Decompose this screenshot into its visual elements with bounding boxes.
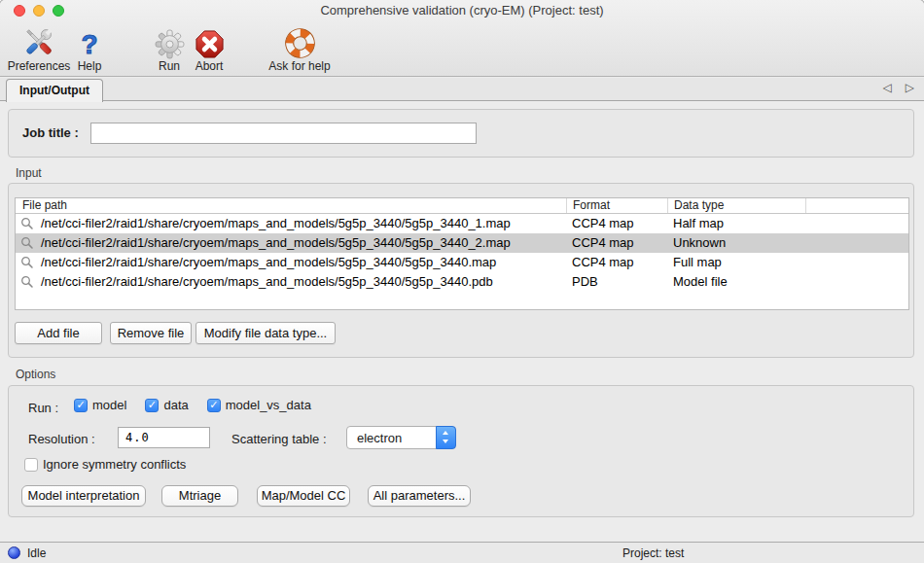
tab-bar: Input/Output ◁ ▷ <box>0 78 924 101</box>
checkbox-label: model_vs_data <box>226 398 311 412</box>
preferences-label: Preferences <box>8 60 71 73</box>
tab-scroll-left-icon[interactable]: ◁ <box>883 81 892 94</box>
project-text: Project: test <box>622 546 684 560</box>
help-button[interactable]: ? Help <box>71 22 108 73</box>
remove-file-button[interactable]: Remove file <box>110 322 192 344</box>
run-checkbox-data[interactable]: data <box>145 398 188 412</box>
gear-icon <box>155 29 185 59</box>
checkbox[interactable] <box>207 399 221 412</box>
help-label: Help <box>78 60 102 73</box>
ask-for-help-button[interactable]: Ask for help <box>265 22 335 73</box>
column-data-type[interactable]: Data type <box>667 198 805 213</box>
job-title-group: Job title : <box>8 109 914 158</box>
minimize-button[interactable] <box>33 5 45 17</box>
data-type-cell: Unknown <box>667 233 805 253</box>
job-title-input[interactable] <box>90 123 477 144</box>
preferences-button[interactable]: Preferences <box>2 22 76 73</box>
scattering-table-label: Scattering table : <box>231 432 327 446</box>
abort-icon <box>195 29 225 59</box>
mtriage-button[interactable]: Mtriage <box>161 485 238 507</box>
tab-content: Job title : Input File path Format Data … <box>0 101 924 542</box>
data-type-cell: Full map <box>667 253 805 272</box>
checkbox[interactable] <box>74 399 88 412</box>
run-label: Run <box>159 60 180 73</box>
tab-scroll-right-icon[interactable]: ▷ <box>906 81 914 94</box>
magnifier-icon <box>16 236 41 250</box>
ask-for-help-label: Ask for help <box>268 60 330 73</box>
table-row[interactable]: /net/cci-filer2/raid1/share/cryoem/maps_… <box>16 272 908 292</box>
format-cell: CCP4 map <box>566 214 667 233</box>
dropdown-stepper-icon <box>436 426 456 449</box>
resolution-label: Resolution : <box>28 432 95 446</box>
traffic-lights <box>14 5 64 17</box>
format-cell: CCP4 map <box>566 233 667 253</box>
job-title-label: Job title : <box>22 125 79 140</box>
file-path-cell: /net/cci-filer2/raid1/share/cryoem/maps_… <box>41 253 496 272</box>
column-file-path[interactable]: File path <box>16 198 566 213</box>
ignore-symmetry-checkbox[interactable]: Ignore symmetry conflicts <box>24 457 186 472</box>
abort-label: Abort <box>195 60 224 73</box>
empty-cell <box>805 253 908 272</box>
tab-input-output[interactable]: Input/Output <box>6 79 103 102</box>
checkbox-unchecked[interactable] <box>24 458 38 472</box>
window-title: Comprehensive validation (cryo-EM) (Proj… <box>0 0 924 21</box>
ignore-symmetry-label: Ignore symmetry conflicts <box>43 457 186 472</box>
status-indicator-icon <box>8 546 20 559</box>
tools-icon <box>21 24 56 59</box>
status-bar: Idle Project: test <box>0 542 924 563</box>
scattering-table-dropdown[interactable]: electron <box>346 426 456 449</box>
file-path-cell: /net/cci-filer2/raid1/share/cryoem/maps_… <box>41 272 493 292</box>
format-cell: PDB <box>566 272 667 292</box>
table-row[interactable]: /net/cci-filer2/raid1/share/cryoem/maps_… <box>16 253 908 272</box>
file-path-cell: /net/cci-filer2/raid1/share/cryoem/maps_… <box>41 214 511 233</box>
table-row[interactable]: /net/cci-filer2/raid1/share/cryoem/maps_… <box>16 233 908 253</box>
modify-file-data-type-button[interactable]: Modify file data type... <box>195 322 336 344</box>
table-row[interactable]: /net/cci-filer2/raid1/share/cryoem/maps_… <box>16 214 908 233</box>
options-section-label: Options <box>16 368 55 381</box>
run-checkboxes: modeldatamodel_vs_data <box>74 398 330 412</box>
checkbox[interactable] <box>145 399 159 412</box>
empty-cell <box>805 272 908 292</box>
magnifier-icon <box>16 217 41 230</box>
file-table-body: /net/cci-filer2/raid1/share/cryoem/maps_… <box>16 214 908 292</box>
abort-button[interactable]: Abort <box>186 22 232 73</box>
all-parameters-button[interactable]: All parameters... <box>368 485 471 507</box>
close-button[interactable] <box>14 5 25 17</box>
checkbox-label: model <box>92 398 126 412</box>
magnifier-icon <box>16 275 41 289</box>
lifebuoy-icon <box>284 27 316 59</box>
scattering-table-value: electron <box>357 427 402 449</box>
resolution-input[interactable] <box>118 427 210 448</box>
question-icon: ? <box>81 30 97 59</box>
empty-cell <box>805 233 908 253</box>
data-type-cell: Model file <box>667 272 805 292</box>
file-path-cell: /net/cci-filer2/raid1/share/cryoem/maps_… <box>41 233 511 253</box>
add-file-button[interactable]: Add file <box>15 322 102 344</box>
map-model-cc-button[interactable]: Map/Model CC <box>257 485 350 507</box>
zoom-button[interactable] <box>53 5 64 17</box>
data-type-cell: Half map <box>667 214 805 233</box>
file-table[interactable]: File path Format Data type /net/cci-file… <box>15 197 909 310</box>
run-checkbox-model[interactable]: model <box>74 398 126 412</box>
magnifier-icon <box>16 256 41 269</box>
input-group: File path Format Data type /net/cci-file… <box>8 183 914 358</box>
column-empty <box>805 198 908 213</box>
checkbox-label: data <box>163 398 188 412</box>
column-format[interactable]: Format <box>566 198 667 213</box>
file-table-header[interactable]: File path Format Data type <box>16 198 908 214</box>
model-interpretation-button[interactable]: Model interpretation <box>21 485 146 507</box>
input-section-label: Input <box>16 166 42 180</box>
titlebar-toolbar: Comprehensive validation (cryo-EM) (Proj… <box>0 0 924 77</box>
run-checkbox-model_vs_data[interactable]: model_vs_data <box>207 398 311 412</box>
run-checkboxes-label: Run : <box>28 401 58 415</box>
run-button[interactable]: Run <box>148 22 191 73</box>
app-window: Comprehensive validation (cryo-EM) (Proj… <box>0 0 924 563</box>
empty-cell <box>805 214 908 233</box>
status-text: Idle <box>27 546 46 560</box>
format-cell: CCP4 map <box>566 253 667 272</box>
options-group: Run : modeldatamodel_vs_data Resolution … <box>8 385 914 517</box>
